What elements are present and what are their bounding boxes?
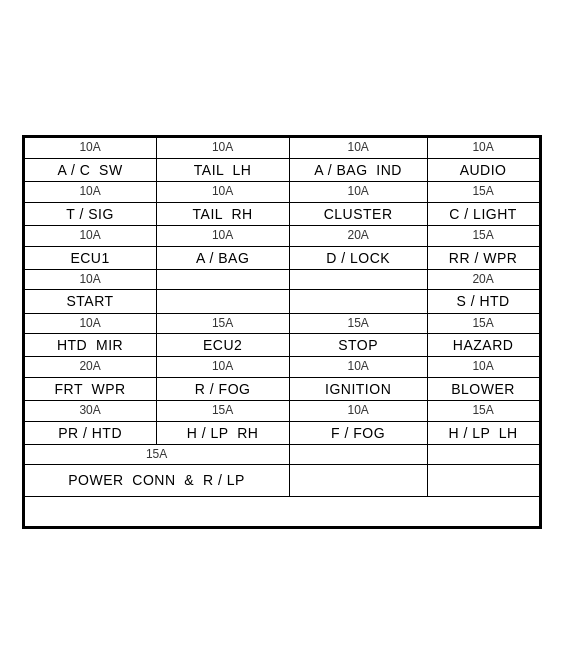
- fuse-label: ECU2: [156, 334, 289, 357]
- amp-cell: 10A: [24, 182, 156, 203]
- table-row: 30A 15A 10A 15A: [24, 401, 539, 422]
- amp-cell: 15A: [156, 401, 289, 422]
- table-row: 10A 20A: [24, 269, 539, 290]
- table-row: 10A 15A 15A 15A: [24, 313, 539, 334]
- fuse-label: C / LIGHT: [427, 202, 539, 225]
- fuse-label: IGNITION: [289, 377, 427, 400]
- empty-cell: [427, 444, 539, 465]
- amp-cell: 10A: [24, 225, 156, 246]
- fuse-label: A / BAG: [156, 246, 289, 269]
- table-row: HTD MIR ECU2 STOP HAZARD: [24, 334, 539, 357]
- fuse-label: D / LOCK: [289, 246, 427, 269]
- amp-cell: 10A: [24, 269, 156, 290]
- table-row: ECU1 A / BAG D / LOCK RR / WPR: [24, 246, 539, 269]
- amp-cell: 10A: [156, 225, 289, 246]
- fuse-table-wrapper: 10A 10A 10A 10A A / C SW TAIL LH A / BAG…: [22, 135, 542, 528]
- fuse-label: R / FOG: [156, 377, 289, 400]
- table-row: T / SIG TAIL RH CLUSTER C / LIGHT: [24, 202, 539, 225]
- amp-cell: 15A: [156, 313, 289, 334]
- amp-cell: 10A: [24, 313, 156, 334]
- fuse-label: TAIL RH: [156, 202, 289, 225]
- table-row: PR / HTD H / LP RH F / FOG H / LP LH: [24, 421, 539, 444]
- table-row: 10A 10A 10A 10A: [24, 138, 539, 159]
- amp-cell: 15A: [427, 313, 539, 334]
- empty-cell: [156, 290, 289, 313]
- fuse-label: STOP: [289, 334, 427, 357]
- fuse-label: A / C SW: [24, 158, 156, 181]
- empty-cell: [156, 269, 289, 290]
- fuse-label: RR / WPR: [427, 246, 539, 269]
- amp-cell-merged: 15A: [24, 444, 289, 465]
- fuse-label: ECU1: [24, 246, 156, 269]
- amp-cell: 10A: [156, 138, 289, 159]
- amp-cell: 15A: [289, 313, 427, 334]
- table-row: START S / HTD: [24, 290, 539, 313]
- amp-cell: 15A: [427, 182, 539, 203]
- amp-cell: 10A: [289, 357, 427, 378]
- table-row: [24, 496, 539, 526]
- amp-cell: 10A: [24, 138, 156, 159]
- fuse-label: HAZARD: [427, 334, 539, 357]
- fuse-label: AUDIO: [427, 158, 539, 181]
- fuse-label: BLOWER: [427, 377, 539, 400]
- fuse-label-merged: POWER CONN & R / LP: [24, 465, 289, 496]
- amp-cell: 20A: [24, 357, 156, 378]
- fuse-label: F / FOG: [289, 421, 427, 444]
- empty-cell: [289, 290, 427, 313]
- table-row: 10A 10A 20A 15A: [24, 225, 539, 246]
- amp-cell: 15A: [427, 225, 539, 246]
- fuse-label: H / LP LH: [427, 421, 539, 444]
- spacer-cell: [24, 496, 539, 526]
- fuse-label: CLUSTER: [289, 202, 427, 225]
- amp-cell: 30A: [24, 401, 156, 422]
- empty-cell: [289, 465, 427, 496]
- table-row: 20A 10A 10A 10A: [24, 357, 539, 378]
- amp-cell: 10A: [156, 357, 289, 378]
- amp-cell: 10A: [289, 138, 427, 159]
- fuse-table: 10A 10A 10A 10A A / C SW TAIL LH A / BAG…: [24, 137, 540, 526]
- amp-cell: 10A: [427, 357, 539, 378]
- fuse-label: TAIL LH: [156, 158, 289, 181]
- amp-cell: 10A: [289, 401, 427, 422]
- empty-cell: [289, 269, 427, 290]
- table-row: 10A 10A 10A 15A: [24, 182, 539, 203]
- empty-cell: [289, 444, 427, 465]
- amp-cell: 10A: [156, 182, 289, 203]
- amp-cell: 20A: [289, 225, 427, 246]
- table-row: A / C SW TAIL LH A / BAG IND AUDIO: [24, 158, 539, 181]
- table-row: 15A: [24, 444, 539, 465]
- fuse-label: S / HTD: [427, 290, 539, 313]
- fuse-label: HTD MIR: [24, 334, 156, 357]
- table-row: FRT WPR R / FOG IGNITION BLOWER: [24, 377, 539, 400]
- fuse-label: H / LP RH: [156, 421, 289, 444]
- fuse-label: PR / HTD: [24, 421, 156, 444]
- fuse-label: FRT WPR: [24, 377, 156, 400]
- amp-cell: 20A: [427, 269, 539, 290]
- amp-cell: 10A: [427, 138, 539, 159]
- amp-cell: 10A: [289, 182, 427, 203]
- amp-cell: 15A: [427, 401, 539, 422]
- fuse-label: START: [24, 290, 156, 313]
- fuse-label: A / BAG IND: [289, 158, 427, 181]
- table-row: POWER CONN & R / LP: [24, 465, 539, 496]
- fuse-label: T / SIG: [24, 202, 156, 225]
- empty-cell: [427, 465, 539, 496]
